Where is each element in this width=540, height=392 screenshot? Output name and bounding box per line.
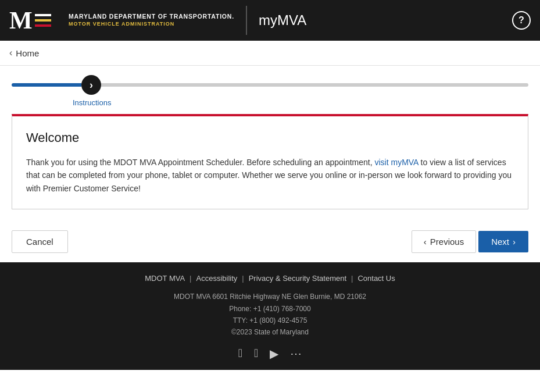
footer-privacy-link[interactable]: Privacy & Security Statement bbox=[249, 274, 346, 283]
progress-section: › Instructions bbox=[0, 66, 540, 114]
breadcrumb: ‹ Home bbox=[0, 41, 540, 66]
footer-address-line2: Phone: +1 (410) 768-7000 bbox=[9, 303, 531, 315]
header-divider bbox=[246, 6, 247, 35]
mdot-m-letter: M bbox=[9, 8, 30, 33]
previous-button[interactable]: ‹ Previous bbox=[412, 230, 476, 253]
content-card: Welcome Thank you for using the MDOT MVA… bbox=[12, 114, 528, 209]
footer-social:   ▶ ⋯ bbox=[9, 347, 531, 361]
mdot-dash-lines bbox=[35, 14, 51, 27]
progress-remaining bbox=[101, 83, 528, 87]
progress-label: Instructions bbox=[12, 95, 528, 114]
nav-right: ‹ Previous Next › bbox=[412, 230, 528, 253]
back-arrow-icon: ‹ bbox=[9, 48, 12, 58]
cancel-button[interactable]: Cancel bbox=[12, 230, 68, 253]
footer-address-line1: MDOT MVA 6601 Ritchie Highway NE Glen Bu… bbox=[9, 291, 531, 302]
more-icon[interactable]: ⋯ bbox=[290, 347, 302, 361]
footer-separator-1: | bbox=[189, 274, 191, 283]
mdot-icon: M bbox=[9, 6, 62, 35]
progress-bar: › bbox=[12, 75, 528, 95]
progress-step-circle: › bbox=[81, 75, 101, 95]
progress-filled bbox=[12, 83, 81, 87]
help-button[interactable]: ? bbox=[512, 11, 531, 30]
visit-mymva-link[interactable]: visit myMVA bbox=[375, 158, 419, 167]
welcome-title: Welcome bbox=[26, 130, 514, 145]
dash-line-white bbox=[35, 14, 51, 16]
previous-icon: ‹ bbox=[424, 237, 427, 247]
dash-line-yellow bbox=[35, 19, 51, 22]
welcome-text: Thank you for using the MDOT MVA Appoint… bbox=[26, 156, 514, 195]
facebook-icon[interactable]:  bbox=[238, 347, 242, 361]
twitter-icon[interactable]:  bbox=[254, 347, 258, 361]
progress-step-icon: › bbox=[90, 79, 93, 91]
app-title: myMVA bbox=[259, 12, 306, 28]
mdot-mva-text: MOTOR VEHICLE ADMINISTRATION bbox=[69, 20, 234, 28]
footer-address-line3: TTY: +1 (800) 492-4575 bbox=[9, 315, 531, 326]
header: M MARYLAND DEPARTMENT OF TRANSPORTATION.… bbox=[0, 0, 540, 41]
home-link[interactable]: Home bbox=[16, 48, 39, 58]
next-label: Next bbox=[491, 237, 509, 247]
footer-mdot-mva-link[interactable]: MDOT MVA bbox=[145, 274, 185, 283]
next-button[interactable]: Next › bbox=[478, 231, 528, 252]
mdot-text-block: MARYLAND DEPARTMENT OF TRANSPORTATION. M… bbox=[69, 13, 234, 28]
footer-links: MDOT MVA | Accessibility | Privacy & Sec… bbox=[9, 274, 531, 283]
nav-buttons: Cancel ‹ Previous Next › bbox=[0, 221, 540, 262]
welcome-body-before-link: Thank you for using the MDOT MVA Appoint… bbox=[26, 158, 375, 167]
mdot-logo: M MARYLAND DEPARTMENT OF TRANSPORTATION.… bbox=[9, 6, 234, 35]
previous-label: Previous bbox=[430, 237, 464, 247]
footer: MDOT MVA | Accessibility | Privacy & Sec… bbox=[0, 262, 540, 370]
dash-line-red bbox=[35, 24, 51, 27]
footer-contact-link[interactable]: Contact Us bbox=[357, 274, 395, 283]
footer-address: MDOT MVA 6601 Ritchie Highway NE Glen Bu… bbox=[9, 291, 531, 338]
mdot-maryland-text: MARYLAND DEPARTMENT OF TRANSPORTATION. bbox=[69, 13, 234, 20]
footer-accessibility-link[interactable]: Accessibility bbox=[196, 274, 238, 283]
content-area: Welcome Thank you for using the MDOT MVA… bbox=[0, 114, 540, 221]
youtube-icon[interactable]: ▶ bbox=[270, 347, 278, 361]
footer-address-line4: ©2023 State of Maryland bbox=[9, 326, 531, 338]
footer-separator-2: | bbox=[242, 274, 244, 283]
next-icon: › bbox=[513, 237, 516, 247]
footer-separator-3: | bbox=[351, 274, 353, 283]
